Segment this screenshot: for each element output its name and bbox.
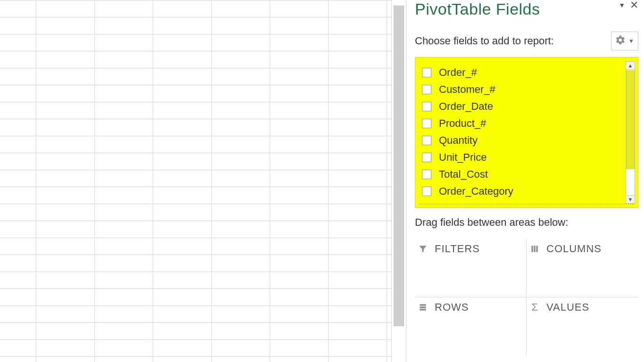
field-label: Quantity [439, 134, 478, 147]
values-drop-area[interactable]: Σ VALUES [527, 297, 638, 356]
field-checkbox[interactable] [422, 68, 431, 77]
field-list: Order_#Customer_#Order_DateProduct_#Quan… [415, 57, 638, 208]
panel-title: PivotTable Fields [415, 0, 540, 18]
field-label: Order_Category [439, 185, 513, 197]
filters-label: FILTERS [435, 243, 480, 255]
filter-icon [418, 244, 428, 254]
grid-lines [0, 0, 391, 362]
field-checkbox[interactable] [422, 187, 431, 196]
field-label: Unit_Price [439, 151, 487, 164]
columns-label: COLUMNS [546, 243, 602, 255]
field-checkbox[interactable] [422, 170, 431, 179]
field-row[interactable]: Order_# [422, 64, 634, 81]
field-checkbox[interactable] [422, 136, 431, 145]
rows-icon [418, 302, 428, 313]
sheet-vertical-scrollbar[interactable] [391, 0, 406, 362]
field-list-options-button[interactable]: ▼ [611, 32, 638, 50]
field-label: Order_Date [439, 100, 493, 113]
panel-subheader: Choose fields to add to report: [415, 35, 554, 47]
pivot-fields-panel: PivotTable Fields ▼ ✕ Choose fields to a… [406, 0, 644, 362]
rows-drop-area[interactable]: ROWS [415, 297, 527, 356]
scroll-up-icon[interactable]: ▲ [626, 61, 635, 70]
panel-close-icon[interactable]: ✕ [630, 1, 638, 9]
field-row[interactable]: Total_Cost [422, 166, 634, 183]
field-checkbox[interactable] [422, 119, 431, 128]
gear-icon [615, 35, 626, 47]
field-row[interactable]: Product_# [422, 115, 634, 132]
field-label: Customer_# [439, 83, 495, 96]
field-checkbox[interactable] [422, 85, 431, 94]
sheet-scroll-thumb[interactable] [394, 6, 404, 326]
field-row[interactable]: Customer_# [422, 81, 634, 98]
field-label: Total_Cost [439, 168, 488, 181]
rows-label: ROWS [435, 301, 469, 313]
field-scroll-thumb[interactable] [626, 70, 635, 169]
values-label: VALUES [546, 301, 589, 313]
drag-hint: Drag fields between areas below: [415, 216, 638, 229]
columns-icon [529, 244, 540, 254]
field-label: Order_# [439, 66, 477, 79]
drop-areas: FILTERS COLUMNS ROWS [415, 239, 638, 356]
field-row[interactable]: Order_Date [422, 98, 634, 115]
field-list-scrollbar[interactable]: ▲ ▼ [626, 61, 635, 204]
columns-drop-area[interactable]: COLUMNS [527, 239, 638, 297]
field-row[interactable]: Quantity [422, 132, 634, 149]
spreadsheet-grid[interactable] [0, 0, 391, 362]
scroll-down-icon[interactable]: ▼ [626, 195, 635, 204]
sigma-icon: Σ [529, 302, 540, 313]
field-row[interactable]: Order_Category [422, 183, 634, 200]
field-row[interactable]: Unit_Price [422, 149, 634, 166]
field-checkbox[interactable] [422, 102, 431, 111]
panel-menu-dropdown-icon[interactable]: ▼ [619, 1, 625, 9]
filters-drop-area[interactable]: FILTERS [415, 239, 527, 297]
field-checkbox[interactable] [422, 153, 431, 162]
field-label: Product_# [439, 117, 486, 130]
chevron-down-icon: ▼ [628, 38, 634, 44]
